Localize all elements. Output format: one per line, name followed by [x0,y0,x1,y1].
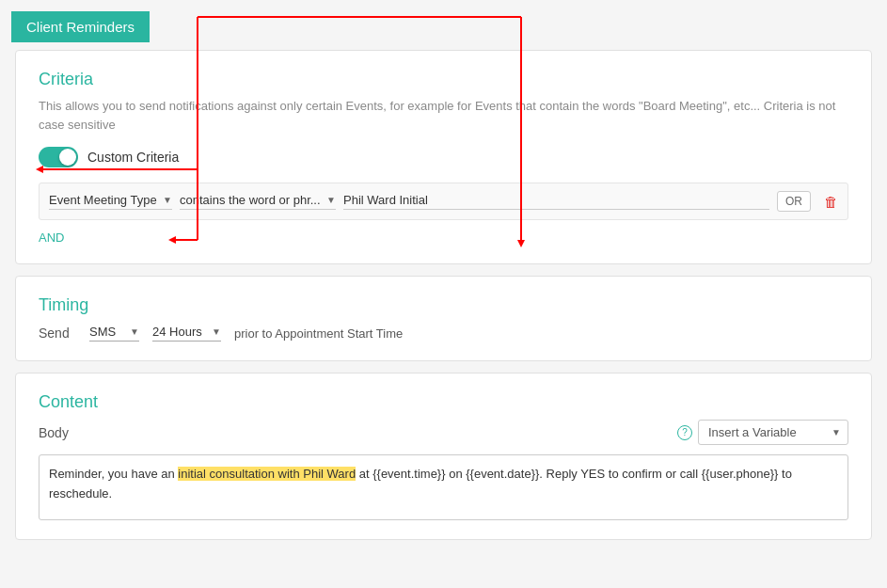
timing-row: Send SMS Email ▼ 1 Hour 2 Hours 4 Hours … [39,325,848,342]
delete-icon[interactable]: 🗑 [824,194,838,210]
or-button[interactable]: OR [777,191,811,212]
method-select[interactable]: SMS Email [89,325,139,339]
content-title: Content [39,392,848,412]
custom-criteria-row: Custom Criteria [39,147,848,167]
custom-criteria-label: Custom Criteria [87,150,179,165]
highlight-text: initial consultation with Phil Ward [178,467,356,481]
method-select-wrapper: SMS Email ▼ [89,325,139,342]
body-text-display[interactable]: Reminder, you have an initial consultati… [39,454,848,520]
criteria-text-input[interactable] [343,193,769,210]
page-container: Criteria This allows you to send notific… [0,42,887,555]
content-card: Content Body ? Insert a Variable {{event… [15,373,872,540]
help-icon[interactable]: ? [677,425,692,440]
criteria-filter-row: Event Meeting Type Event Title Event Loc… [39,183,848,220]
insert-variable-select[interactable]: Insert a Variable {{event.time}} {{event… [698,420,848,445]
body-label: Body [39,425,69,440]
header-title: Client Reminders [26,19,135,35]
condition-select-wrapper: contains the word or phr... does not con… [180,193,336,210]
timing-title: Timing [39,295,848,315]
client-reminders-header: Client Reminders [11,11,150,42]
body-textarea-container: Reminder, you have an initial consultati… [39,454,848,520]
field-select-wrapper: Event Meeting Type Event Title Event Loc… [49,193,172,210]
insert-variable-wrapper: ? Insert a Variable {{event.time}} {{eve… [677,420,848,445]
criteria-title: Criteria [39,70,848,89]
and-button[interactable]: AND [39,230,64,245]
page-wrapper: Client Reminders Criteria This allows yo… [0,0,887,588]
timing-suffix: prior to Appointment Start Time [234,326,403,341]
custom-criteria-toggle[interactable] [39,147,78,167]
condition-select[interactable]: contains the word or phr... does not con… [180,193,336,207]
timing-card: Timing Send SMS Email ▼ 1 Hour 2 Hours 4… [15,276,872,361]
send-label: Send [39,326,76,341]
criteria-description: This allows you to send notifications ag… [39,97,848,134]
criteria-card: Criteria This allows you to send notific… [15,50,872,264]
hours-select[interactable]: 1 Hour 2 Hours 4 Hours 8 Hours 12 Hours … [152,325,221,339]
body-row: Body ? Insert a Variable {{event.time}} … [39,420,848,445]
hours-select-wrapper: 1 Hour 2 Hours 4 Hours 8 Hours 12 Hours … [152,325,221,342]
insert-variable-container: Insert a Variable {{event.time}} {{event… [698,420,848,445]
field-select[interactable]: Event Meeting Type Event Title Event Loc… [49,193,172,207]
